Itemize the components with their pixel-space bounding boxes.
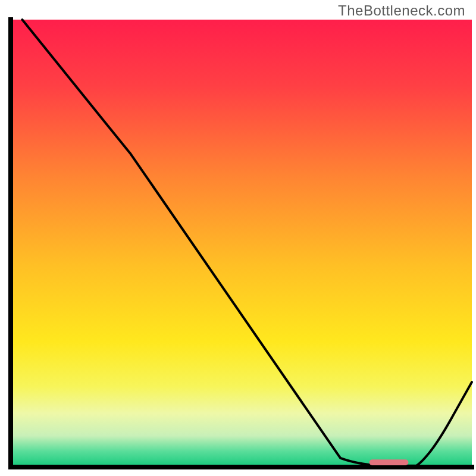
- optimum-marker: [369, 459, 409, 465]
- watermark-text: TheBottleneck.com: [338, 2, 465, 19]
- plot-background: [11, 20, 472, 467]
- bottleneck-chart: [0, 0, 476, 476]
